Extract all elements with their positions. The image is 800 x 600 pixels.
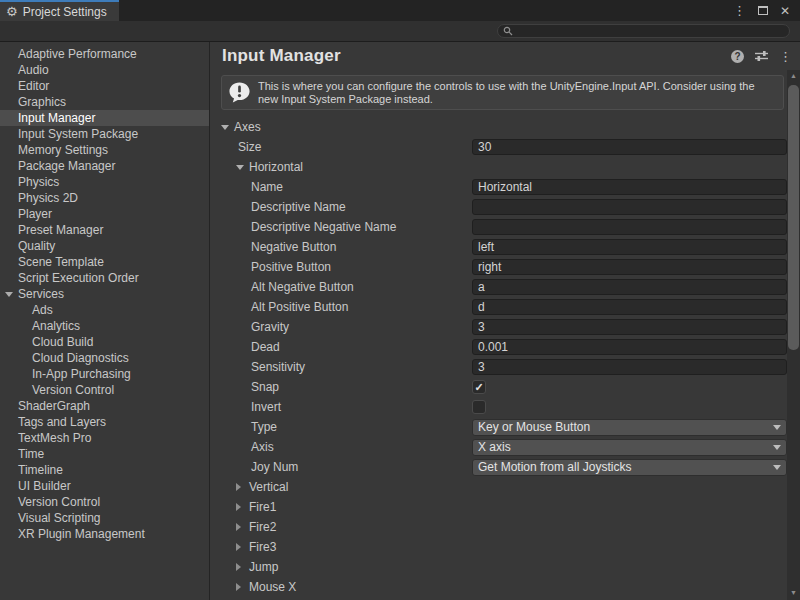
field-label-wrap: Axis: [210, 440, 472, 454]
size-field[interactable]: 30: [472, 139, 787, 155]
field-label: Mouse X: [249, 580, 296, 594]
row-dead: Dead0.001: [210, 337, 787, 357]
row-axis: AxisX axis: [210, 437, 787, 457]
field-label: Alt Positive Button: [251, 300, 348, 314]
sidebar-item-scene-template[interactable]: Scene Template: [0, 254, 209, 270]
dead-field[interactable]: 0.001: [472, 339, 787, 355]
field-label: Jump: [249, 560, 278, 574]
sidebar-item-label: Ads: [32, 303, 53, 317]
sidebar-item-in-app-purchasing[interactable]: In-App Purchasing: [0, 366, 209, 382]
scroll-down-icon[interactable]: ▼: [787, 587, 800, 599]
sidebar-item-time[interactable]: Time: [0, 446, 209, 462]
tab-project-settings[interactable]: ⚙ Project Settings: [0, 0, 119, 21]
row-axes: Axes: [210, 117, 787, 137]
field-wrap: 0.001: [472, 339, 787, 355]
window-menu-icon[interactable]: ⋮: [733, 3, 746, 18]
sidebar-item-cloud-build[interactable]: Cloud Build: [0, 334, 209, 350]
search-input[interactable]: [516, 25, 776, 37]
sidebar-item-label: Input Manager: [18, 111, 95, 125]
sidebar-item-analytics[interactable]: Analytics: [0, 318, 209, 334]
alt-positive-button-field[interactable]: d: [472, 299, 787, 315]
foldout-closed-icon[interactable]: [236, 563, 249, 571]
info-text: This is where you can configure the cont…: [258, 80, 773, 106]
negative-button-field[interactable]: left: [472, 239, 787, 255]
sidebar-item-input-system-package[interactable]: Input System Package: [0, 126, 209, 142]
foldout-closed-icon[interactable]: [236, 543, 249, 551]
sidebar-item-cloud-diagnostics[interactable]: Cloud Diagnostics: [0, 350, 209, 366]
sidebar-item-ads[interactable]: Ads: [0, 302, 209, 318]
gravity-field[interactable]: 3: [472, 319, 787, 335]
sidebar-item-ui-builder[interactable]: UI Builder: [0, 478, 209, 494]
sidebar-item-script-execution-order[interactable]: Script Execution Order: [0, 270, 209, 286]
info-helpbox: This is where you can configure the cont…: [221, 75, 784, 110]
snap-checkbox[interactable]: ✓: [472, 380, 486, 394]
sidebar-item-version-control[interactable]: Version Control: [0, 494, 209, 510]
context-menu-icon[interactable]: ⋮: [779, 49, 792, 64]
field-label-wrap: Name: [210, 180, 472, 194]
foldout-closed-icon[interactable]: [236, 503, 249, 511]
field-label-wrap: Alt Positive Button: [210, 300, 472, 314]
foldout-closed-icon[interactable]: [236, 523, 249, 531]
sidebar-item-xr-plugin-management[interactable]: XR Plugin Management: [0, 526, 209, 542]
row-joy-num: Joy NumGet Motion from all Joysticks: [210, 457, 787, 477]
foldout-closed-icon[interactable]: [236, 583, 249, 591]
sidebar-item-visual-scripting[interactable]: Visual Scripting: [0, 510, 209, 526]
foldout-open-icon[interactable]: [5, 292, 13, 297]
sidebar-item-timeline[interactable]: Timeline: [0, 462, 209, 478]
help-icon[interactable]: ?: [731, 50, 744, 63]
sidebar-item-version-control[interactable]: Version Control: [0, 382, 209, 398]
chevron-down-icon: [773, 425, 781, 430]
foldout-open-icon[interactable]: [221, 125, 234, 130]
sidebar-item-label: Package Manager: [18, 159, 115, 173]
field-label-wrap: Fire1: [210, 500, 472, 514]
field-label: Negative Button: [251, 240, 336, 254]
row-fire1: Fire1: [210, 497, 787, 517]
foldout-closed-icon[interactable]: [236, 483, 249, 491]
sidebar-item-audio[interactable]: Audio: [0, 62, 209, 78]
foldout-open-icon[interactable]: [236, 165, 249, 170]
preset-icon[interactable]: [755, 50, 768, 62]
descriptive-negative-name-field[interactable]: [472, 219, 787, 235]
sidebar-item-adaptive-performance[interactable]: Adaptive Performance: [0, 46, 209, 62]
sidebar-item-physics[interactable]: Physics: [0, 174, 209, 190]
scroll-up-icon[interactable]: ▲: [787, 70, 800, 82]
sidebar-item-player[interactable]: Player: [0, 206, 209, 222]
field-label-wrap: Axes: [210, 120, 472, 134]
field-label-wrap: Size: [210, 140, 472, 154]
main-pane: Input Manager ? ⋮ This is where you can …: [210, 42, 800, 600]
type-dropdown[interactable]: Key or Mouse Button: [472, 419, 787, 436]
scrollbar-thumb[interactable]: [788, 85, 799, 350]
joy-num-dropdown[interactable]: Get Motion from all Joysticks: [472, 459, 787, 476]
descriptive-name-field[interactable]: [472, 199, 787, 215]
sidebar-item-editor[interactable]: Editor: [0, 78, 209, 94]
row-sensitivity: Sensitivity3: [210, 357, 787, 377]
sidebar-item-textmesh-pro[interactable]: TextMesh Pro: [0, 430, 209, 446]
sidebar-item-memory-settings[interactable]: Memory Settings: [0, 142, 209, 158]
sidebar-item-graphics[interactable]: Graphics: [0, 94, 209, 110]
sidebar-item-label: UI Builder: [18, 479, 71, 493]
positive-button-field[interactable]: right: [472, 259, 787, 275]
sidebar-item-services[interactable]: Services: [0, 286, 209, 302]
sidebar-item-tags-and-layers[interactable]: Tags and Layers: [0, 414, 209, 430]
sidebar-item-label: Cloud Build: [32, 335, 93, 349]
sidebar-item-preset-manager[interactable]: Preset Manager: [0, 222, 209, 238]
row-gravity: Gravity3: [210, 317, 787, 337]
invert-checkbox[interactable]: [472, 400, 486, 414]
sidebar-item-label: Analytics: [32, 319, 80, 333]
sidebar-item-package-manager[interactable]: Package Manager: [0, 158, 209, 174]
sidebar-item-quality[interactable]: Quality: [0, 238, 209, 254]
search-box[interactable]: [497, 24, 790, 38]
sidebar-item-input-manager[interactable]: Input Manager: [0, 110, 209, 126]
sensitivity-field[interactable]: 3: [472, 359, 787, 375]
axis-dropdown[interactable]: X axis: [472, 439, 787, 456]
vertical-scrollbar[interactable]: ▲ ▼: [787, 70, 800, 600]
name-field[interactable]: Horizontal: [472, 179, 787, 195]
sidebar-item-label: Audio: [18, 63, 49, 77]
maximize-icon[interactable]: [758, 6, 768, 15]
sidebar-item-label: Preset Manager: [18, 223, 103, 237]
sidebar-item-shadergraph[interactable]: ShaderGraph: [0, 398, 209, 414]
alt-negative-button-field[interactable]: a: [472, 279, 787, 295]
sidebar-item-physics-2d[interactable]: Physics 2D: [0, 190, 209, 206]
close-icon[interactable]: ✕: [780, 4, 790, 18]
field-label-wrap: Type: [210, 420, 472, 434]
